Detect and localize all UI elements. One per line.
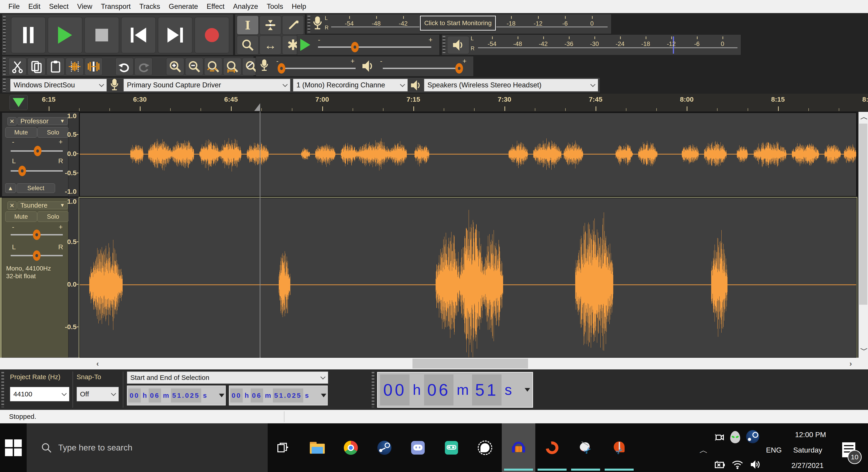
menu-tools[interactable]: Tools — [262, 2, 287, 11]
battery-icon[interactable] — [713, 460, 726, 470]
gain-slider-thumb[interactable] — [34, 146, 41, 156]
scroll-up-arrow[interactable]: ︿ — [860, 112, 868, 122]
selection-end-field[interactable]: 00h06m51.025s — [229, 385, 328, 405]
select-track-button[interactable]: Select — [17, 183, 55, 193]
vertical-scrollbar[interactable]: ︿ ﹀ — [859, 112, 868, 358]
taskbar-app-discord[interactable] — [401, 423, 435, 472]
copy-button[interactable] — [27, 58, 45, 75]
envelope-tool[interactable] — [259, 15, 281, 35]
zoom-out-button[interactable] — [185, 58, 203, 75]
cut-button[interactable] — [8, 58, 27, 75]
recording-volume-slider[interactable] — [279, 68, 355, 69]
spinner-icon[interactable] — [321, 394, 327, 397]
solo-button[interactable]: Solo — [37, 127, 69, 138]
menu-edit[interactable]: Edit — [24, 2, 44, 11]
taskbar-app-chrome[interactable] — [334, 423, 368, 472]
timeline-pin-button[interactable] — [9, 95, 28, 110]
meet-now-icon[interactable] — [714, 432, 726, 444]
taskbar-app-streamlabs[interactable] — [435, 423, 468, 472]
clock-time[interactable]: 12:00 PM — [795, 431, 826, 439]
recording-volume-thumb[interactable] — [278, 63, 285, 74]
silence-button[interactable] — [85, 58, 103, 75]
playback-meter-grip[interactable] — [443, 36, 445, 54]
spinner-icon[interactable] — [525, 388, 530, 392]
start-button[interactable] — [0, 423, 27, 472]
edit-toolbar-grip[interactable] — [3, 58, 6, 75]
selection-start-field[interactable]: 00h06m51.025s — [127, 385, 226, 405]
solo-button[interactable]: Solo — [37, 211, 69, 222]
notification-center-icon[interactable]: 10 — [842, 442, 855, 457]
play-speed-slider-thumb[interactable] — [351, 42, 359, 52]
wifi-icon[interactable] — [731, 459, 744, 471]
selection-tool[interactable]: I — [237, 15, 258, 35]
clock-date[interactable]: 2/27/2021 — [792, 461, 824, 470]
fit-selection-button[interactable] — [204, 58, 222, 75]
menu-select[interactable]: Select — [44, 2, 73, 11]
mute-button[interactable]: Mute — [5, 211, 37, 222]
taskbar-app-mp3directcut[interactable]: ✂ — [569, 423, 602, 472]
waveform-clip-tsundere[interactable] — [79, 198, 857, 358]
menu-analyze[interactable]: Analyze — [229, 2, 262, 11]
skip-to-end-button[interactable] — [158, 17, 192, 53]
trim-button[interactable] — [65, 58, 84, 75]
menu-help[interactable]: Help — [287, 2, 310, 11]
volume-icon[interactable] — [749, 459, 762, 471]
recording-meter-grip[interactable] — [308, 15, 310, 32]
skip-to-start-button[interactable] — [121, 17, 156, 53]
monitoring-tooltip[interactable]: Click to Start Monitoring — [420, 15, 496, 31]
playback-speaker-icon[interactable] — [447, 36, 469, 54]
clock-day[interactable]: Saturday — [793, 446, 822, 454]
recording-device-select[interactable]: Primary Sound Capture Driver — [124, 79, 290, 92]
menu-transport[interactable]: Transport — [97, 2, 135, 11]
pan-slider-thumb[interactable] — [33, 250, 40, 261]
waveform-clip-professor[interactable] — [79, 112, 857, 197]
taskbar-app-audacity[interactable] — [502, 423, 535, 472]
waveform-tsundere[interactable] — [80, 198, 856, 357]
alienware-icon[interactable] — [730, 431, 740, 443]
snap-to-select[interactable]: Off — [76, 387, 119, 401]
scroll-down-arrow[interactable]: ﹀ — [860, 345, 868, 356]
undo-button[interactable] — [115, 58, 133, 75]
track-panel-tsundere[interactable]: ✕ Tsundere▼ Mute Solo - + L R Mono, 4410… — [2, 198, 68, 358]
horizontal-scrollbar-thumb[interactable] — [412, 359, 528, 369]
menu-file[interactable]: File — [4, 2, 24, 11]
menu-view[interactable]: View — [73, 2, 97, 11]
taskbar-app-audio-cutter[interactable]: ✂ — [602, 423, 636, 472]
zoom-tool[interactable] — [237, 36, 258, 55]
mute-button[interactable]: Mute — [5, 127, 37, 138]
horizontal-scrollbar[interactable]: ‹ › — [0, 358, 868, 369]
playback-volume-thumb[interactable] — [455, 63, 463, 74]
pause-button[interactable] — [11, 17, 45, 53]
spinner-icon[interactable] — [219, 394, 224, 397]
recording-channels-select[interactable]: 1 (Mono) Recording Channe — [293, 79, 408, 92]
play-speed-slider[interactable] — [318, 46, 431, 48]
audio-host-select[interactable]: Windows DirectSou — [10, 79, 107, 92]
vertical-ruler-tsundere[interactable]: 1.00.50.0-0.5 — [68, 198, 79, 358]
project-rate-select[interactable]: 44100 — [10, 387, 69, 401]
stop-button[interactable] — [85, 17, 119, 53]
transport-grip[interactable] — [3, 16, 6, 54]
timeline-ruler[interactable]: 6:156:306:457:007:157:307:458:008:158:30 — [0, 94, 868, 112]
steam-tray-icon[interactable] — [746, 430, 759, 443]
selection-toolbar-grip[interactable] — [1, 372, 4, 407]
taskbar-app-steam[interactable] — [368, 423, 401, 472]
track-name-menu[interactable]: Professor▼ — [18, 117, 68, 125]
selection-mode-select[interactable]: Start and End of Selection — [127, 371, 328, 384]
waveform-professor[interactable] — [80, 113, 856, 196]
playback-meter[interactable]: -54-48-42-36-30-24-18-12-60 — [478, 35, 739, 55]
zoom-in-button[interactable] — [166, 58, 184, 75]
pan-slider-thumb[interactable] — [18, 166, 26, 176]
microphone-icon[interactable] — [312, 16, 323, 32]
collapse-track-button[interactable]: ▲ — [5, 183, 16, 193]
vertical-ruler-professor[interactable]: 1.00.50.0-0.5-1.0 — [68, 112, 79, 197]
taskbar-app-origin[interactable] — [535, 423, 569, 472]
gain-slider-thumb[interactable] — [33, 230, 40, 240]
menu-effect[interactable]: Effect — [203, 2, 229, 11]
menu-tracks[interactable]: Tracks — [135, 2, 164, 11]
close-track-button[interactable]: ✕ — [7, 117, 17, 126]
close-track-button[interactable]: ✕ — [7, 201, 17, 210]
playhead-marker[interactable] — [254, 103, 260, 111]
vertical-scrollbar-thumb[interactable] — [859, 124, 867, 305]
time-toolbar-grip[interactable] — [372, 372, 374, 407]
device-toolbar-grip[interactable] — [3, 78, 6, 92]
